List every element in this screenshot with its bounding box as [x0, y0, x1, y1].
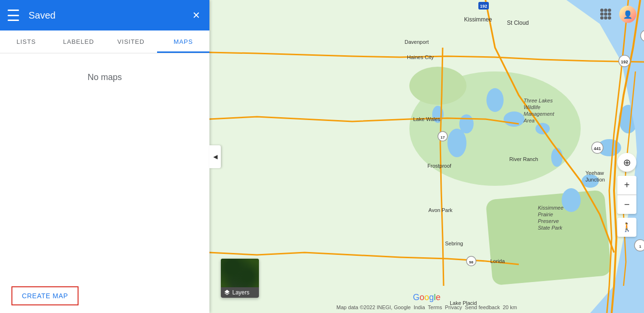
map-area: 192 404 Kissimmee St Cloud Davenport Hai…	[209, 0, 644, 313]
collapse-arrow[interactable]: ◀	[209, 145, 221, 168]
map-privacy[interactable]: Privacy	[445, 304, 462, 310]
map-attribution: Map data ©2022 INEGI, Google India Terms…	[209, 304, 644, 310]
sidebar-title: Saved	[29, 10, 190, 21]
svg-point-5	[459, 114, 474, 133]
svg-point-8	[504, 111, 525, 127]
layers-label: Layers	[232, 289, 249, 296]
svg-point-3	[409, 67, 466, 105]
svg-point-11	[562, 188, 581, 212]
svg-text:Avon Park: Avon Park	[428, 207, 453, 213]
zoom-in-button[interactable]: +	[617, 176, 636, 195]
sidebar: Saved ✕ LISTS LABELED VISITED MAPS No ma…	[0, 0, 209, 313]
map-scale-label: 20 km	[503, 304, 517, 310]
map-feedback[interactable]: Send feedback	[465, 304, 500, 310]
sidebar-content: No maps	[0, 53, 209, 279]
svg-text:1: 1	[639, 244, 642, 249]
svg-text:Three Lakes: Three Lakes	[524, 98, 553, 103]
grid-apps-icon[interactable]	[600, 9, 612, 20]
svg-text:192: 192	[621, 60, 628, 64]
layers-thumbnail-inner	[221, 259, 259, 287]
svg-text:Preserve: Preserve	[538, 218, 559, 224]
layers-thumbnail	[221, 259, 259, 287]
svg-text:Davenport: Davenport	[405, 39, 429, 45]
sidebar-footer: CREATE MAP	[0, 279, 209, 313]
svg-text:Lake Wales: Lake Wales	[413, 116, 441, 122]
svg-text:Kissimmee: Kissimmee	[538, 205, 564, 211]
svg-text:Prairie: Prairie	[538, 212, 553, 217]
layers-button[interactable]: Layers	[221, 259, 259, 298]
layers-stack-icon	[224, 289, 230, 296]
svg-text:Wildlife: Wildlife	[524, 104, 540, 110]
map-data-text: Map data ©2022 INEGI, Google	[337, 304, 411, 310]
google-logo: Google	[413, 293, 440, 303]
svg-rect-2	[485, 190, 612, 285]
svg-text:State Park: State Park	[538, 225, 563, 231]
svg-text:Management: Management	[524, 111, 555, 117]
tabs: LISTS LABELED VISITED MAPS	[0, 30, 209, 53]
svg-text:St Cloud: St Cloud	[507, 20, 529, 26]
svg-text:98: 98	[469, 260, 474, 264]
layers-label-bar: Layers	[221, 287, 259, 298]
svg-text:Kissimmee: Kissimmee	[464, 16, 492, 23]
svg-text:Haines City: Haines City	[407, 54, 434, 60]
svg-text:441: 441	[594, 146, 601, 151]
tab-visited[interactable]: VISITED	[105, 30, 157, 53]
map-controls-group: ⊕ + − 🚶	[617, 153, 636, 237]
compass-button[interactable]: ⊕	[617, 153, 636, 172]
svg-text:Sebring: Sebring	[445, 241, 463, 246]
collapse-arrow-icon: ◀	[213, 153, 218, 160]
pegman-button[interactable]: 🚶	[617, 218, 636, 237]
svg-text:Yeehaw: Yeehaw	[585, 170, 604, 176]
map-terms[interactable]: Terms	[428, 304, 442, 310]
svg-text:192: 192	[480, 4, 487, 9]
svg-point-4	[447, 129, 466, 157]
svg-text:17: 17	[441, 135, 445, 140]
zoom-out-button[interactable]: −	[617, 195, 636, 214]
create-map-button[interactable]: CREATE MAP	[11, 286, 79, 305]
tab-labeled[interactable]: LABELED	[52, 30, 105, 53]
svg-text:River Ranch: River Ranch	[509, 156, 538, 162]
tab-lists[interactable]: LISTS	[0, 30, 52, 53]
no-maps-text: No maps	[88, 72, 122, 82]
top-right-icons: 👤	[600, 6, 636, 23]
hamburger-icon[interactable]	[8, 10, 19, 21]
svg-point-7	[486, 88, 504, 112]
svg-text:Lorida: Lorida	[490, 258, 505, 264]
tab-maps[interactable]: MAPS	[157, 30, 209, 53]
map-svg: 192 404 Kissimmee St Cloud Davenport Hai…	[209, 0, 644, 313]
sidebar-header: Saved ✕	[0, 0, 209, 30]
map-region[interactable]: India	[414, 304, 425, 310]
user-avatar[interactable]: 👤	[619, 6, 636, 23]
svg-text:Junction: Junction	[585, 177, 605, 182]
svg-text:Area: Area	[523, 118, 535, 123]
close-icon[interactable]: ✕	[190, 10, 202, 21]
svg-text:Frostproof: Frostproof	[427, 163, 452, 169]
